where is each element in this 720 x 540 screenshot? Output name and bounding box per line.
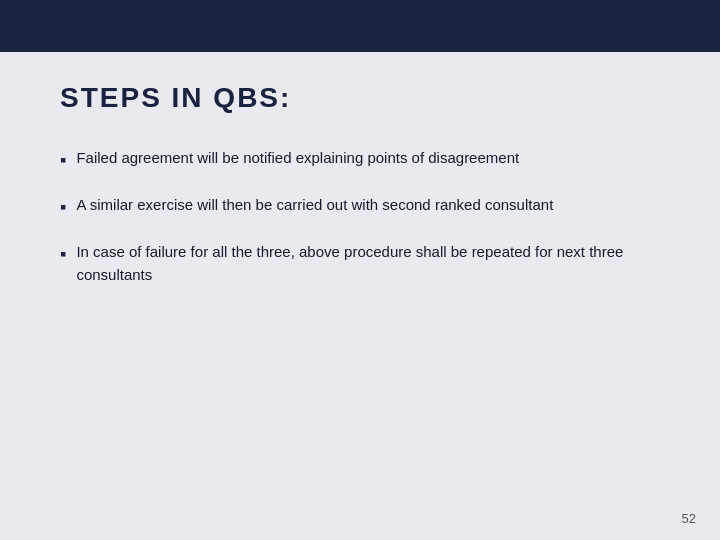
bullet-text-1: Failed agreement will be notified explai… [76, 146, 660, 169]
bullet-text-2: A similar exercise will then be carried … [76, 193, 660, 216]
bullet-item-2: ▪ A similar exercise will then be carrie… [60, 193, 660, 222]
header-bar [0, 0, 720, 52]
bullet-item-3: ▪ In case of failure for all the three, … [60, 240, 660, 287]
bullet-text-3: In case of failure for all the three, ab… [76, 240, 660, 287]
slide-content: STEPS IN QBS: ▪ Failed agreement will be… [0, 52, 720, 540]
bullet-marker-2: ▪ [60, 194, 66, 222]
slide-title: STEPS IN QBS: [60, 82, 660, 114]
bullet-item-1: ▪ Failed agreement will be notified expl… [60, 146, 660, 175]
bullet-list: ▪ Failed agreement will be notified expl… [60, 146, 660, 286]
bullet-marker-3: ▪ [60, 241, 66, 269]
slide-container: STEPS IN QBS: ▪ Failed agreement will be… [0, 0, 720, 540]
bullet-marker-1: ▪ [60, 147, 66, 175]
page-number: 52 [682, 511, 696, 526]
